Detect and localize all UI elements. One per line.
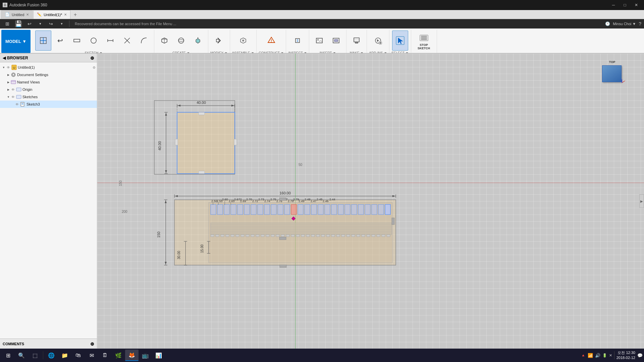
tree-item-doc-settings[interactable]: ▶ Document Settings [0, 71, 97, 78]
battery-icon[interactable]: 🔋 [602, 353, 607, 358]
calendar-button[interactable]: 🗓 [98, 350, 112, 361]
fillet-button[interactable] [136, 31, 152, 51]
orange-app-button[interactable]: 📊 [152, 350, 165, 361]
svg-rect-78 [258, 204, 263, 215]
stop-sketch-button[interactable]: STOP SKETCH [413, 32, 435, 52]
new-tab-button[interactable]: + [71, 11, 79, 19]
tree-eye-sketch3[interactable]: 👁 [15, 102, 19, 107]
network-icon[interactable]: 📶 [588, 353, 593, 358]
svg-rect-73 [224, 204, 229, 215]
tab-untitled[interactable]: 📄 Untitled ✕ [1, 10, 33, 19]
dimension-button[interactable] [102, 31, 118, 51]
svg-rect-131 [336, 235, 340, 237]
tree-arrow-root[interactable]: ▼ [1, 65, 6, 70]
create-group-label: CREATE ▼ [156, 51, 206, 53]
select-button[interactable] [392, 31, 408, 51]
circle-button[interactable] [86, 31, 102, 51]
browser-collapse-icon[interactable]: ◀ [3, 56, 6, 60]
model-mode-button[interactable]: MODEL ▼ [1, 30, 31, 53]
assemble-button[interactable] [235, 31, 251, 51]
tab-bar: 📄 Untitled ✕ ✏️ Untitled(1)* ✕ + [0, 10, 644, 19]
tree-item-sketch3[interactable]: 👁 Sketch3 [0, 101, 97, 108]
svg-rect-86 [311, 204, 317, 215]
tab-untitled1[interactable]: ✏️ Untitled(1)* ✕ [33, 10, 70, 19]
mail-button[interactable]: ✉ [85, 350, 98, 361]
svg-marker-64 [165, 170, 167, 173]
svg-rect-191 [280, 265, 286, 267]
app-title: Autodesk Fusion 360 [9, 3, 47, 7]
create-extrude-button[interactable] [190, 31, 206, 51]
line-button[interactable] [69, 31, 85, 51]
insert-canvas-button[interactable] [328, 31, 344, 51]
help-button[interactable]: ? [639, 21, 641, 26]
select-icon [395, 36, 405, 45]
addins-icon [373, 36, 383, 45]
svg-rect-3 [74, 39, 80, 42]
tree-settings-icon[interactable]: ⚙ [93, 66, 96, 69]
tree-eye-origin[interactable]: 👁 [11, 87, 15, 92]
inspect-button[interactable] [289, 31, 306, 51]
tree-eye-sketches[interactable]: 👁 [11, 95, 15, 99]
svg-rect-66 [199, 171, 205, 174]
undo-ribbon-button[interactable]: ↩ [52, 31, 68, 51]
tree-arrow-doc[interactable]: ▶ [6, 72, 11, 77]
start-button[interactable]: ⊞ [1, 350, 15, 361]
comments-options-icon[interactable]: ⊕ [90, 341, 94, 347]
addins-button[interactable] [370, 31, 386, 51]
tree-arrow-origin[interactable]: ▶ [6, 87, 11, 92]
search-button[interactable]: 🔍 [15, 350, 28, 361]
insert-image-button[interactable] [311, 31, 327, 51]
hidden-icons-button[interactable]: 🔺 [581, 353, 586, 358]
grid-menu-button[interactable]: ⊞ [3, 19, 12, 28]
tree-item-sketches[interactable]: ▼ 👁 Sketches [0, 93, 97, 101]
construct-button[interactable] [263, 31, 279, 51]
yellow-app-button[interactable]: 📺 [139, 350, 152, 361]
tree-eye-root[interactable]: 👁 [6, 65, 11, 70]
sketch-create-button[interactable] [35, 31, 51, 51]
redo-button[interactable]: ↪ [46, 19, 56, 28]
close-icon[interactable]: ✕ [609, 353, 612, 358]
explorer-button[interactable]: 📁 [58, 350, 71, 361]
right-panel-collapse[interactable]: ▶ [639, 194, 644, 208]
ribbon-group-modify: MODIFY ▼ [208, 30, 230, 53]
tree-icon-doc [11, 72, 16, 77]
canvas-area[interactable]: 40.00 40.00 [97, 54, 644, 349]
save-button[interactable]: 💾 [13, 19, 23, 28]
tree-item-named-views[interactable]: ▶ Named Views [0, 78, 97, 86]
tree-item-origin[interactable]: ▶ 👁 Origin [0, 86, 97, 93]
green-app-button[interactable]: 🌿 [112, 350, 125, 361]
minimize-button[interactable]: ─ [608, 1, 619, 9]
line-icon [72, 36, 82, 45]
store-button[interactable]: 🛍 [71, 350, 85, 361]
svg-rect-34 [420, 35, 428, 41]
notifications-button[interactable]: 💬 [637, 353, 643, 358]
undo-button[interactable]: ↩ [25, 19, 34, 28]
modify-button[interactable] [211, 31, 227, 51]
maximize-button[interactable]: □ [620, 1, 630, 9]
svg-rect-84 [298, 204, 303, 215]
undo-arrow[interactable]: ▼ [36, 19, 45, 28]
addins-group-label: ADD-INS ▼ [369, 51, 387, 53]
browser-header: ◀ BROWSER ⊕ [0, 54, 97, 62]
create-sphere-button[interactable] [173, 31, 189, 51]
tree-arrow-named-views[interactable]: ▶ [6, 80, 11, 84]
svg-line-195 [622, 81, 625, 83]
browser-options-icon[interactable]: ⊕ [90, 55, 94, 61]
svg-rect-81 [278, 204, 283, 215]
create-box-button[interactable] [156, 31, 172, 51]
redo-arrow[interactable]: ▼ [57, 19, 66, 28]
tab-close-button[interactable]: ✕ [26, 13, 29, 16]
volume-icon[interactable]: 🔊 [595, 353, 600, 358]
viewcube[interactable]: TOP X Z [599, 60, 626, 87]
tree-arrow-sketches[interactable]: ▼ [6, 95, 11, 99]
tab-close-button[interactable]: ✕ [64, 13, 67, 16]
trim-button[interactable] [119, 31, 135, 51]
close-button[interactable]: ✕ [631, 1, 641, 9]
make-button[interactable] [348, 31, 365, 51]
edge-button[interactable]: 🌐 [45, 350, 58, 361]
tree-item-root[interactable]: ▼ 👁 U Untitled(1) ⚙ [0, 64, 97, 71]
taskview-button[interactable]: ⬚ [28, 350, 42, 361]
firefox-button[interactable]: 🦊 [125, 350, 139, 361]
svg-marker-58 [231, 105, 234, 107]
browser-tree: ▼ 👁 U Untitled(1) ⚙ ▶ [0, 62, 97, 339]
